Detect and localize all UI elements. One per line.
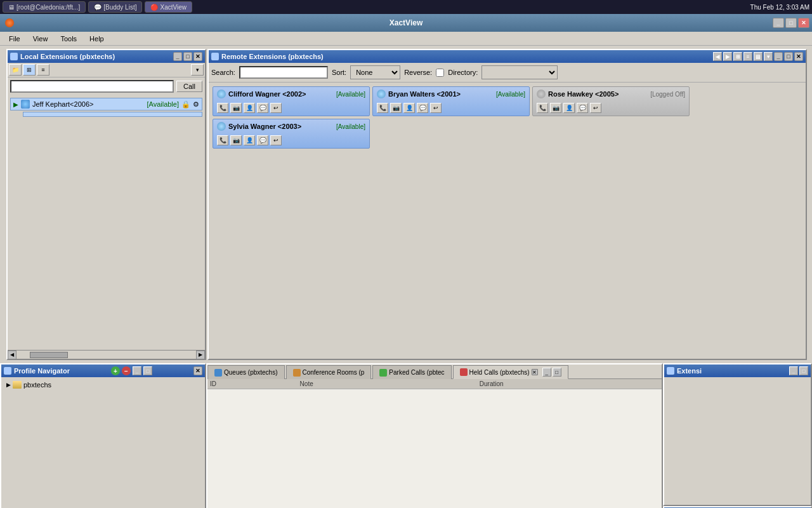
app-minimize-button[interactable]: _ — [773, 18, 784, 28]
remote-ext-view1[interactable]: ⊞ — [733, 52, 742, 61]
local-ext-search-row: Call — [8, 77, 205, 95]
expand-arrow-icon: ▶ — [13, 101, 18, 108]
local-ext-icon — [10, 53, 18, 60]
remote-ext-nav1[interactable]: ◀ — [713, 52, 722, 61]
profile-nav-restore[interactable]: □ — [143, 366, 152, 375]
ext-card-rose[interactable]: Rose Hawkey <2005> [Logged Off] 📞 📷 👤 💬 … — [532, 86, 690, 116]
person-icon[interactable]: 👤 — [403, 103, 415, 113]
taskbar-item-xact[interactable]: 🔴 XactView — [145, 1, 192, 13]
ext-card-clifford-actions: 📞 📷 👤 💬 ↩ — [213, 101, 369, 116]
remote-ext-titlebar: Remote Extensions (pbxtechs) ◀ ▶ ⊞ ≡ ▤ ▾… — [209, 50, 806, 63]
chat-icon[interactable]: 💬 — [577, 103, 588, 113]
local-ext-minimize[interactable]: _ — [173, 52, 182, 61]
ext-card-sylvia[interactable]: Sylvia Wagner <2003> [Available] 📞 📷 👤 💬… — [213, 119, 370, 149]
ext-small-icon — [667, 367, 674, 375]
held-tab-minimize[interactable]: _ — [542, 368, 551, 377]
terminal-icon: 🖥 — [8, 4, 15, 11]
toolbar-grid-icon[interactable]: ⊞ — [23, 64, 36, 76]
transfer-icon[interactable]: ↩ — [430, 103, 442, 113]
held-tab-restore[interactable]: □ — [553, 368, 561, 377]
toolbar-dropdown-icon[interactable]: ▾ — [191, 64, 204, 76]
toolbar-folder-icon[interactable]: 📁 — [9, 64, 22, 76]
remote-ext-icon — [211, 53, 219, 60]
camera-icon[interactable]: 📷 — [230, 103, 242, 113]
transfer-icon[interactable]: ↩ — [270, 135, 282, 145]
tab-bar: Queues (pbxtechs) Conference Rooms (p Pa… — [207, 364, 662, 379]
extension-status: [Available] — [147, 100, 179, 108]
sort-select[interactable]: None Name Extension Status — [350, 65, 400, 79]
list-item-selected[interactable] — [23, 112, 202, 117]
app-title: XactView — [390, 18, 422, 27]
menu-file[interactable]: File — [5, 34, 24, 44]
chat-icon[interactable]: 💬 — [417, 103, 428, 113]
menu-tools[interactable]: Tools — [56, 34, 81, 44]
right-panels: Extensi _ □ Call Hist _ □ — [663, 363, 812, 508]
remote-search-input[interactable] — [239, 66, 328, 79]
chat-icon[interactable]: 💬 — [257, 135, 268, 145]
app-restore-button[interactable]: □ — [785, 18, 797, 28]
local-extensions-panel: Local Extensions (pbxtechs) _ □ ✕ 📁 ⊞ ≡ … — [6, 49, 206, 360]
list-item[interactable]: ▶ Jeff Kephart<2006> [Available] 🔒 ⚙ — [10, 98, 202, 110]
menu-help[interactable]: Help — [86, 34, 108, 44]
taskbar-item-terminal[interactable]: 🖥 [root@Caledonia:/tft...] — [3, 1, 86, 13]
ext-card-bryan[interactable]: Bryan Walters <2001> [Available] 📞 📷 👤 💬… — [372, 86, 530, 116]
remote-ext-view3[interactable]: ▤ — [754, 52, 763, 61]
scroll-left-btn[interactable]: ◀ — [8, 351, 16, 359]
transfer-icon[interactable]: ↩ — [270, 103, 282, 113]
queues-tab-icon — [214, 369, 222, 377]
remote-ext-close[interactable]: ✕ — [794, 52, 803, 61]
camera-icon[interactable]: 📷 — [550, 103, 561, 113]
phone-icon[interactable]: 📞 — [537, 103, 548, 113]
reverse-checkbox[interactable] — [436, 69, 444, 77]
camera-icon[interactable]: 📷 — [390, 103, 402, 113]
tab-parked-calls[interactable]: Parked Calls (pbtec — [372, 365, 451, 379]
tab-queues[interactable]: Queues (pbxtechs) — [207, 365, 285, 379]
phone-icon[interactable]: 📞 — [377, 103, 388, 113]
local-ext-scrollbar[interactable]: ◀ ▶ — [8, 350, 205, 359]
transfer-icon[interactable]: ↩ — [590, 103, 601, 113]
profile-nav-minimize[interactable]: _ — [133, 366, 141, 375]
local-ext-close[interactable]: ✕ — [193, 52, 202, 61]
ext-card-clifford[interactable]: Clifford Wagner <2002> [Available] 📞 📷 👤… — [213, 86, 370, 116]
tab-conference-rooms[interactable]: Conference Rooms (p — [286, 365, 372, 379]
profile-nav-add-button[interactable]: + — [111, 366, 120, 375]
app-win-controls: _ □ ✕ — [773, 18, 809, 28]
tree-item-pbxtechs[interactable]: ▶ pbxtechs — [4, 380, 202, 390]
taskbar-item-buddy[interactable]: 💬 [Buddy List] — [88, 1, 142, 13]
remote-ext-toolbar: Search: Sort: None Name Extension Status… — [209, 63, 806, 83]
local-ext-restore[interactable]: □ — [183, 52, 192, 61]
call-button[interactable]: Call — [176, 81, 202, 92]
chat-icon[interactable]: 💬 — [257, 103, 268, 113]
tab-held-calls[interactable]: Held Calls (pbxtechs) ✕ _ □ — [453, 365, 568, 379]
toolbar-list-icon[interactable]: ≡ — [37, 64, 49, 76]
scroll-right-btn[interactable]: ▶ — [196, 351, 205, 359]
remote-ext-restore[interactable]: □ — [784, 52, 793, 61]
bottom-tabs-panel: Queues (pbxtechs) Conference Rooms (p Pa… — [206, 363, 663, 508]
phone-icon[interactable]: 📞 — [217, 135, 228, 145]
search-label: Search: — [211, 69, 235, 76]
ext-small-minimize[interactable]: _ — [789, 366, 798, 375]
remote-ext-minimize[interactable]: _ — [774, 52, 783, 61]
app-close-button[interactable]: ✕ — [798, 18, 809, 28]
directory-select[interactable] — [481, 65, 558, 79]
col-id: ID — [210, 380, 300, 387]
local-ext-search-input[interactable] — [10, 80, 174, 93]
taskbar: 🖥 [root@Caledonia:/tft...] 💬 [Buddy List… — [0, 0, 812, 14]
person-icon[interactable]: 👤 — [563, 103, 575, 113]
person-icon[interactable]: 👤 — [244, 135, 255, 145]
phone-icon[interactable]: 📞 — [217, 103, 228, 113]
menu-view[interactable]: View — [29, 34, 52, 44]
ext-card-clifford-header: Clifford Wagner <2002> [Available] — [213, 87, 369, 101]
ext-small-restore[interactable]: □ — [799, 366, 808, 375]
remote-ext-dropdown[interactable]: ▾ — [764, 52, 773, 61]
lock-icon: 🔒 — [181, 100, 190, 109]
profile-nav-remove-button[interactable]: − — [122, 366, 131, 375]
ext-small-title: Extensi — [677, 367, 702, 375]
user-avatar-icon — [217, 122, 226, 131]
remote-ext-nav2[interactable]: ▶ — [723, 52, 732, 61]
profile-nav-close[interactable]: ✕ — [193, 366, 202, 375]
person-icon[interactable]: 👤 — [244, 103, 255, 113]
remote-ext-view2[interactable]: ≡ — [743, 52, 752, 61]
held-tab-close[interactable]: ✕ — [532, 369, 538, 375]
camera-icon[interactable]: 📷 — [230, 135, 242, 145]
